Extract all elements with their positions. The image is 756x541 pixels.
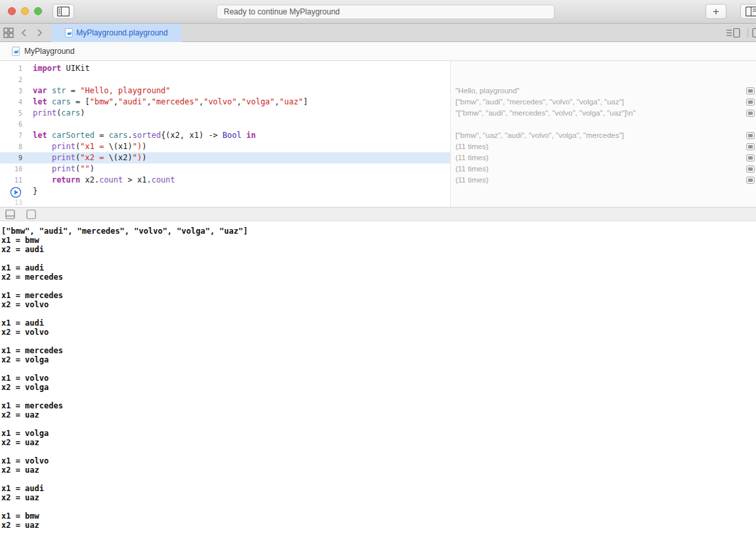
- show-result-inline-button[interactable]: [746, 177, 755, 184]
- editor-options-button[interactable]: [726, 24, 742, 42]
- editor-region: 1import UIKit23var str = "Hello, playgro…: [0, 61, 756, 207]
- playground-result-row[interactable]: ["bmw", "uaz", "audi", "volvo", "volga",…: [451, 130, 756, 141]
- code-text: let carSorted = cars.sorted{(x2, x1) -> …: [33, 130, 256, 141]
- show-result-inline-button[interactable]: [746, 165, 755, 173]
- swift-file-icon: [12, 47, 20, 56]
- console-output-area[interactable]: ["bmw", "audi", "mercedes", "volvo", "vo…: [0, 221, 756, 541]
- code-text: print("x2 = \(x2)")): [33, 152, 146, 163]
- code-text: let cars = ["bmw","audi","mercedes","vol…: [33, 97, 308, 108]
- swift-file-icon: [65, 28, 73, 37]
- playground-result-row[interactable]: "Hello, playground": [451, 85, 756, 97]
- line-number: 13: [0, 197, 22, 207]
- result-value-text: ["bmw", "uaz", "audi", "volvo", "volga",…: [455, 131, 624, 139]
- toggle-variables-view-button[interactable]: [26, 209, 36, 219]
- code-text: return x2.count > x1.count: [33, 175, 175, 186]
- show-result-icon: [748, 179, 753, 182]
- code-line: 2: [0, 74, 450, 85]
- playground-result-row[interactable]: (11 times): [451, 163, 756, 175]
- result-value-text: (11 times): [455, 165, 488, 173]
- window-titlebar: Ready to continue MyPlayground +: [0, 0, 756, 24]
- source-editor[interactable]: 1import UIKit23var str = "Hello, playgro…: [0, 61, 450, 207]
- minimize-window-button[interactable]: [21, 7, 29, 15]
- line-number: 10: [0, 163, 22, 175]
- show-result-icon: [748, 145, 753, 148]
- tab-myplayground[interactable]: MyPlayground.playground: [51, 24, 182, 42]
- code-line: 11 return x2.count > x1.count: [0, 175, 450, 186]
- code-line: 3var str = "Hello, playground": [0, 85, 450, 97]
- code-text: print(cars): [33, 108, 85, 119]
- console-output-text: ["bmw", "audi", "mercedes", "volvo", "vo…: [0, 221, 756, 530]
- run-playground-button[interactable]: [0, 186, 22, 197]
- code-text: import UIKit: [33, 63, 90, 74]
- code-line: 13: [0, 197, 450, 207]
- line-number: 5: [0, 108, 22, 119]
- playground-result-row[interactable]: (11 times): [451, 152, 756, 163]
- playground-result-row[interactable]: ["bmw", "audi", "mercedes", "volvo", "vo…: [451, 97, 756, 108]
- code-line: }: [0, 186, 450, 197]
- code-text: }: [33, 186, 37, 197]
- breadcrumb: MyPlayground: [24, 47, 75, 56]
- toggle-navigator-button[interactable]: [52, 4, 74, 19]
- navigate-back-button[interactable]: [20, 24, 28, 42]
- tab-label: MyPlayground.playground: [76, 28, 167, 37]
- show-result-inline-button[interactable]: [746, 154, 755, 162]
- tab-bar: MyPlayground.playground: [0, 24, 756, 42]
- code-text: print("x1 = \(x1)")): [33, 141, 146, 152]
- toggle-console-button[interactable]: [5, 209, 15, 219]
- code-line: 8 print("x1 = \(x1)")): [0, 141, 450, 152]
- code-line: 9 print("x2 = \(x2)")): [0, 152, 450, 163]
- code-text: print(""): [33, 163, 94, 175]
- show-result-inline-button[interactable]: [746, 87, 755, 95]
- split-editor-button[interactable]: [752, 24, 756, 42]
- navigate-forward-button[interactable]: [35, 24, 43, 42]
- show-result-inline-button[interactable]: [746, 98, 755, 106]
- show-result-inline-button[interactable]: [746, 143, 755, 150]
- editor-layout-button[interactable]: [740, 4, 756, 19]
- line-number: 2: [0, 74, 22, 85]
- related-items-button[interactable]: [3, 24, 14, 42]
- status-text: Ready to continue MyPlayground: [224, 7, 340, 16]
- result-value-text: ["bmw", "audi", "mercedes", "volvo", "vo…: [455, 98, 624, 106]
- result-value-text: (11 times): [455, 142, 488, 150]
- show-result-icon: [748, 134, 753, 137]
- code-line: 7let carSorted = cars.sorted{(x2, x1) ->…: [0, 130, 450, 141]
- line-number: 4: [0, 97, 22, 108]
- code-text: var str = "Hello, playground": [33, 85, 171, 97]
- editor-layout-icon: [746, 7, 756, 16]
- navigator-panel-icon: [57, 7, 70, 16]
- show-result-icon: [748, 112, 753, 115]
- result-value-text: "Hello, playground": [455, 87, 520, 95]
- show-result-icon: [748, 156, 753, 160]
- grid-icon: [3, 28, 14, 38]
- show-result-inline-button[interactable]: [746, 132, 755, 139]
- split-editor-icon: [752, 28, 756, 38]
- code-line: 10 print(""): [0, 163, 450, 175]
- line-number: 7: [0, 130, 22, 141]
- chevron-right-icon: [35, 28, 43, 37]
- jump-bar[interactable]: MyPlayground: [0, 42, 756, 61]
- activity-status-field: Ready to continue MyPlayground: [217, 5, 555, 19]
- editor-options-icon: [726, 28, 742, 38]
- tabbar-divider: [747, 28, 748, 37]
- close-window-button[interactable]: [8, 7, 16, 15]
- show-result-icon: [748, 89, 753, 93]
- line-number: 9: [0, 152, 22, 163]
- add-editor-button[interactable]: +: [705, 4, 726, 19]
- zoom-window-button[interactable]: [34, 7, 42, 15]
- playground-results-sidebar: "Hello, playground"["bmw", "audi", "merc…: [451, 61, 756, 207]
- playground-result-row[interactable]: (11 times): [451, 175, 756, 186]
- playground-result-row[interactable]: "["bmw", "audi", "mercedes", "volvo", "v…: [451, 108, 756, 119]
- show-result-icon: [748, 167, 753, 171]
- code-line: 1import UIKit: [0, 63, 450, 74]
- playground-result-row[interactable]: (11 times): [451, 141, 756, 152]
- line-number: 8: [0, 141, 22, 152]
- debug-area-bar: [0, 207, 756, 221]
- line-number: 11: [0, 175, 22, 186]
- result-value-text: (11 times): [455, 176, 488, 184]
- chevron-left-icon: [20, 28, 28, 37]
- plus-icon: +: [713, 5, 719, 18]
- code-line: 5print(cars): [0, 108, 450, 119]
- show-result-inline-button[interactable]: [746, 110, 755, 117]
- code-line: 6: [0, 119, 450, 130]
- show-result-icon: [748, 100, 753, 104]
